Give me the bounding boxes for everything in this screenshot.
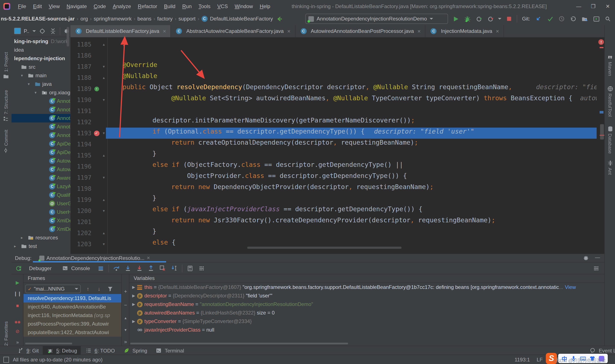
fold-marker-icon[interactable]: ▴ <box>101 39 106 50</box>
sidebar-stripe-ant[interactable]: Ant <box>605 158 615 175</box>
chevron-icon[interactable]: ▾ <box>28 80 30 88</box>
menu-item-build[interactable]: Build <box>160 3 179 9</box>
editor-tab[interactable]: CInjectionMetadata.java✕ <box>426 25 504 37</box>
run-anything-button[interactable] <box>592 15 600 23</box>
chevron-down-icon[interactable] <box>498 18 502 20</box>
menu-item-edit[interactable]: Edit <box>30 3 45 9</box>
line-number[interactable]: 1187 <box>70 61 91 72</box>
more-icon[interactable]: » <box>122 339 129 345</box>
variables-scrollbar[interactable] <box>130 343 348 344</box>
menu-item-tools[interactable]: Tools <box>195 3 214 9</box>
stop-debug-icon[interactable]: ■ <box>14 302 21 309</box>
tree-item-qualifier[interactable]: CQualifier <box>12 191 70 199</box>
minimize-button[interactable]: — <box>571 0 586 12</box>
expand-icon[interactable]: ▶ <box>131 283 136 291</box>
tree-item-kinginspring[interactable]: king-in-springD:\work <box>12 37 70 46</box>
menu-item-file[interactable]: File <box>14 3 30 9</box>
remove-watch-icon[interactable]: − <box>122 302 129 308</box>
line-number[interactable]: 1193 <box>70 128 91 139</box>
sidebar-stripe-project[interactable]: 1: Project <box>0 52 12 81</box>
close-icon[interactable]: ✕ <box>496 29 499 34</box>
more-icon[interactable]: » <box>14 339 21 346</box>
settings-icon[interactable] <box>198 264 205 272</box>
thread-selector[interactable]: ✓ "mai...NNING <box>25 285 81 293</box>
fold-marker-icon[interactable]: ▾ <box>101 205 106 216</box>
fold-marker-icon[interactable]: ▾ <box>101 61 106 72</box>
tree-item-xmldepe[interactable]: CXmlDepe <box>12 225 70 234</box>
editor-scroll-column[interactable]: ! <box>600 38 604 254</box>
mute-breakpoints-icon[interactable]: ⊘ <box>14 328 21 335</box>
tab-console[interactable]: Console <box>58 263 93 273</box>
tree-item-annotati[interactable]: CAnnotati <box>12 114 70 122</box>
resume-icon[interactable]: ▶ <box>14 279 21 286</box>
variable-row[interactable]: pautowiredBeanNames = {LinkedHashSet@232… <box>129 309 604 317</box>
chevron-icon[interactable]: ▸ <box>21 234 23 242</box>
variable-row[interactable]: ▶pdescriptor = {DependencyDescriptor@231… <box>129 291 604 300</box>
step-over-icon[interactable] <box>113 264 120 272</box>
breadcrumb-item[interactable]: factory <box>156 16 174 22</box>
toolwindow-button-spring[interactable]: Spring <box>119 346 151 355</box>
expand-icon[interactable]: ▶ <box>131 300 136 309</box>
chevron-icon[interactable]: ▾ <box>35 88 37 97</box>
menu-item-window[interactable]: Window <box>231 3 256 9</box>
search-everywhere-button[interactable] <box>604 15 612 23</box>
toolwindow-button-todo[interactable]: 6: TODO <box>81 346 119 355</box>
drop-frame-icon[interactable] <box>159 264 167 272</box>
breadcrumb-item[interactable]: DefaultListableBeanFactory <box>209 16 274 22</box>
line-number[interactable]: 1194 <box>70 139 91 150</box>
variable-row[interactable]: oojavaxInjectProviderClass = null <box>129 325 604 334</box>
breakpoint-icon[interactable]: ✓ <box>93 128 100 139</box>
tree-item-lazyann[interactable]: CLazyAnn <box>12 182 70 191</box>
line-number[interactable]: 1192 <box>70 117 91 128</box>
editor-horizontal-scrollbar[interactable] <box>247 247 401 249</box>
close-icon[interactable]: ✕ <box>147 256 150 260</box>
breadcrumb-item[interactable]: springframework <box>93 16 132 22</box>
caret-position[interactable]: 1193:1 <box>515 357 530 363</box>
tree-item-idea[interactable]: idea <box>12 46 70 54</box>
tree-item-annotati[interactable]: CAnnotati <box>12 97 70 105</box>
toolwindow-button-terminal[interactable]: Terminal <box>151 346 188 355</box>
view-breakpoints-icon[interactable]: ◉◉ <box>14 318 21 325</box>
profile-button[interactable] <box>475 15 483 23</box>
line-number[interactable]: 1195 <box>70 150 91 161</box>
tree-item-src[interactable]: src <box>12 63 70 71</box>
stack-frame[interactable]: inject:116, InjectionMetadata (org.sp <box>24 311 121 320</box>
editor-tab[interactable]: CAutowiredAnnotationBeanPostProcessor.ja… <box>295 25 426 37</box>
tree-item-apidepe[interactable]: CApiDepe <box>12 140 70 148</box>
menu-item-vcs[interactable]: VCS <box>214 3 231 9</box>
tree-item-java[interactable]: ▾java <box>12 80 70 88</box>
evaluate-expression-icon[interactable] <box>186 264 194 272</box>
tree-item-annotati[interactable]: CAnnotati <box>12 122 70 131</box>
gear-icon[interactable] <box>582 254 590 262</box>
variable-row[interactable]: ▶prequestingBeanName = "annotationDepend… <box>129 300 604 309</box>
hide-panel-icon[interactable]: — <box>595 254 600 262</box>
code-area[interactable]: 1185▴}11861187▾@Override1188▴@Nullable11… <box>70 38 600 254</box>
debug-session-tab[interactable]: AnnotationDependencyInjectionResolutio..… <box>36 254 154 262</box>
breadcrumb-item[interactable]: support <box>178 16 197 22</box>
frames-scrollbar[interactable] <box>25 343 72 344</box>
coverage-button[interactable] <box>487 15 494 23</box>
close-icon[interactable]: ✕ <box>163 29 166 34</box>
menu-item-refactor[interactable]: Refactor <box>134 3 160 9</box>
tree-item-lependencyinjection[interactable]: lependency-injection <box>12 54 70 63</box>
editor-area[interactable]: CDefaultListableBeanFactory.java✕CAbstra… <box>70 25 604 254</box>
chevron-icon[interactable]: ▸ <box>14 242 16 250</box>
tree-item-autowiri[interactable]: CAutowiri <box>12 165 70 174</box>
project-view-selector[interactable]: P.. <box>24 28 29 34</box>
run-button[interactable] <box>452 15 460 23</box>
line-number[interactable]: 1186 <box>70 50 91 61</box>
tree-item-userhold[interactable]: CUserHold <box>12 208 70 216</box>
run-configuration-select[interactable]: AnnotationDependencyInjectionResolutionD… <box>306 14 448 24</box>
close-icon[interactable]: ✕ <box>417 29 421 34</box>
toolwindow-button-debug[interactable]: 5: Debug <box>42 346 81 355</box>
tab-debugger[interactable]: Debugger <box>26 264 54 272</box>
breadcrumb-item[interactable]: beans <box>137 16 152 22</box>
collapse-all-icon[interactable] <box>49 27 57 35</box>
expand-icon[interactable]: ▶ <box>131 317 136 325</box>
line-number[interactable]: 1185 <box>70 39 91 50</box>
line-number[interactable]: 1203 <box>70 239 91 250</box>
line-number[interactable]: 1189 <box>70 83 91 94</box>
git-history-button[interactable] <box>558 15 565 23</box>
line-number[interactable]: 1201 <box>70 216 91 227</box>
fold-marker-icon[interactable]: ▾ <box>101 128 106 139</box>
